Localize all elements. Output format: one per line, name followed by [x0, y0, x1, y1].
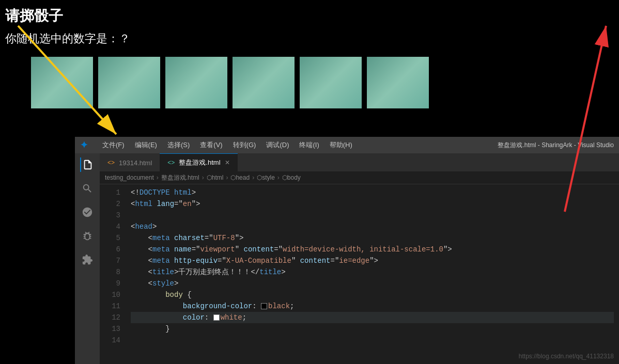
tab-close-button[interactable]: ✕ — [225, 159, 230, 166]
window-title: 整盘游戏.html - SharingArk - Visual Studio — [498, 141, 614, 150]
menu-terminal[interactable]: 终端(I) — [295, 139, 323, 151]
watermark: https://blog.csdn.net/qq_41132318 — [519, 353, 614, 360]
menu-view[interactable]: 查看(V) — [196, 139, 226, 151]
top-overlay: 请掷骰子 你随机选中的数字是：？ — [0, 0, 619, 137]
dice-row — [31, 57, 429, 108]
sidebar-icon-debug[interactable] — [80, 229, 95, 243]
vscode-titlebar: ✦ 文件(F) 编辑(E) 选择(S) 查看(V) 转到(G) 调试(D) 终端… — [75, 137, 619, 153]
code-line-12: color: white; — [131, 312, 614, 323]
sidebar-icons — [75, 153, 100, 364]
breadcrumb-root[interactable]: testing_document — [105, 174, 154, 181]
code-content[interactable]: <!DOCTYPE html> <html lang="en"> <head> … — [126, 184, 619, 364]
tab-19314[interactable]: <> 19314.html — [100, 153, 160, 171]
breadcrumb-html[interactable]: ⬡html — [207, 174, 224, 181]
sidebar-icon-files[interactable] — [80, 157, 95, 172]
code-line-5: <meta charset="UTF-8"> — [131, 232, 614, 244]
code-line-11: background-color: black; — [131, 300, 614, 312]
main-title: 请掷骰子 — [5, 6, 63, 26]
editor-tabs: <> 19314.html <> 整盘游戏.html ✕ — [100, 153, 619, 171]
menu-debug[interactable]: 调试(D) — [262, 139, 293, 151]
code-line-10: body { — [131, 289, 614, 300]
breadcrumb-sep-2: › — [202, 174, 204, 181]
breadcrumb-style[interactable]: ⬡style — [257, 174, 275, 181]
dice-tile-5[interactable] — [300, 57, 362, 108]
sidebar-icon-extensions[interactable] — [80, 252, 95, 267]
main-subtitle: 你随机选中的数字是：？ — [5, 31, 130, 46]
tab-label-1: 19314.html — [119, 159, 152, 167]
dice-tile-3[interactable] — [165, 57, 227, 108]
menu-file[interactable]: 文件(F) — [98, 139, 129, 151]
sidebar-icon-git[interactable] — [80, 205, 95, 219]
breadcrumb-file[interactable]: 整盘游戏.html — [161, 173, 199, 182]
dice-tile-6[interactable] — [367, 57, 429, 108]
breadcrumb-sep-5: › — [277, 174, 280, 181]
menu-bar: 文件(F) 编辑(E) 选择(S) 查看(V) 转到(G) 调试(D) 终端(I… — [98, 139, 357, 151]
dice-tile-1[interactable] — [31, 57, 93, 108]
code-line-13: } — [131, 323, 614, 335]
breadcrumb-sep-3: › — [226, 174, 228, 181]
breadcrumb-sep-4: › — [252, 174, 254, 181]
breadcrumb-sep-1: › — [157, 174, 159, 181]
dice-tile-4[interactable] — [233, 57, 295, 108]
sidebar-icon-search[interactable] — [80, 181, 95, 196]
tab-zhengpan[interactable]: <> 整盘游戏.html ✕ — [160, 153, 237, 171]
breadcrumb-head[interactable]: ⬡head — [230, 174, 250, 181]
menu-goto[interactable]: 转到(G) — [229, 139, 260, 151]
editor-area: <> 19314.html <> 整盘游戏.html ✕ testing_doc… — [100, 153, 619, 364]
tab-icon-2: <> — [167, 159, 175, 166]
tab-label-2: 整盘游戏.html — [179, 158, 220, 167]
code-area: 1 2 3 4 5 6 7 8 9 10 11 12 13 14 <!DOCTY… — [100, 184, 619, 364]
vscode-window: ✦ 文件(F) 编辑(E) 选择(S) 查看(V) 转到(G) 调试(D) 终端… — [75, 137, 619, 364]
code-line-2: <html lang="en"> — [131, 198, 614, 210]
code-line-14 — [131, 335, 614, 346]
code-line-1: <!DOCTYPE html> — [131, 187, 614, 198]
code-line-7: <meta http-equiv="X-UA-Compatible" conte… — [131, 255, 614, 266]
menu-help[interactable]: 帮助(H) — [326, 139, 357, 151]
dice-tile-2[interactable] — [98, 57, 160, 108]
code-line-4: <head> — [131, 221, 614, 232]
code-line-3 — [131, 210, 614, 221]
vscode-body: <> 19314.html <> 整盘游戏.html ✕ testing_doc… — [75, 153, 619, 364]
tab-icon-1: <> — [107, 159, 115, 166]
code-line-6: <meta name="viewport" content="width=dev… — [131, 244, 614, 255]
breadcrumb: testing_document › 整盘游戏.html › ⬡html › ⬡… — [100, 171, 619, 184]
menu-select[interactable]: 选择(S) — [163, 139, 194, 151]
vscode-logo: ✦ — [80, 139, 88, 151]
line-numbers: 1 2 3 4 5 6 7 8 9 10 11 12 13 14 — [100, 184, 126, 364]
breadcrumb-body[interactable]: ⬡body — [282, 174, 301, 181]
code-line-9: <style> — [131, 278, 614, 289]
menu-edit[interactable]: 编辑(E) — [131, 139, 161, 151]
code-line-8: <title>千万别走到终点！！！</title> — [131, 266, 614, 278]
